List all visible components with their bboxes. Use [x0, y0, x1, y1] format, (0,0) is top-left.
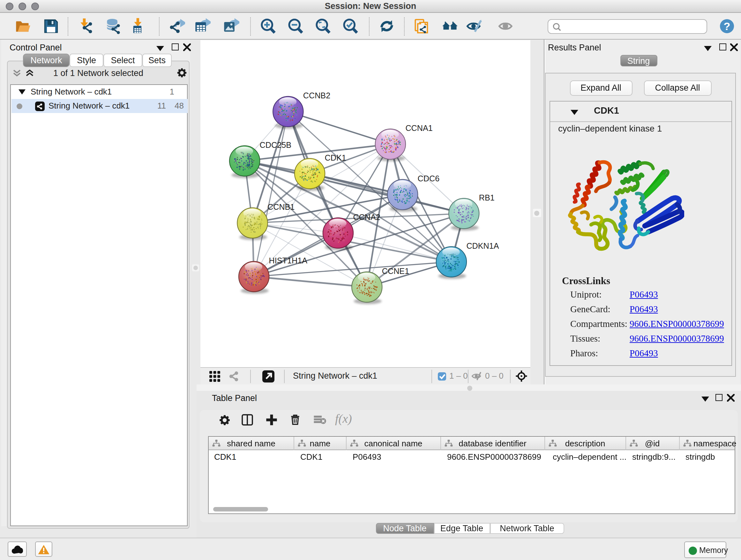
svg-text:RB1: RB1 [479, 193, 495, 202]
svg-text:CDC25B: CDC25B [260, 140, 291, 149]
svg-text:CCNA2: CCNA2 [353, 212, 380, 221]
svg-text:CCNA1: CCNA1 [405, 123, 432, 132]
svg-text:CCNB2: CCNB2 [303, 91, 330, 100]
svg-text:CDKN1A: CDKN1A [466, 241, 499, 250]
svg-text:?: ? [724, 20, 731, 32]
svg-text:CDC6: CDC6 [418, 174, 440, 183]
svg-text:CCNB1: CCNB1 [267, 202, 294, 211]
svg-text:HIST1H1A: HIST1H1A [269, 256, 308, 265]
svg-text:CCNE1: CCNE1 [382, 266, 409, 275]
svg-text:CDK1: CDK1 [325, 153, 346, 162]
